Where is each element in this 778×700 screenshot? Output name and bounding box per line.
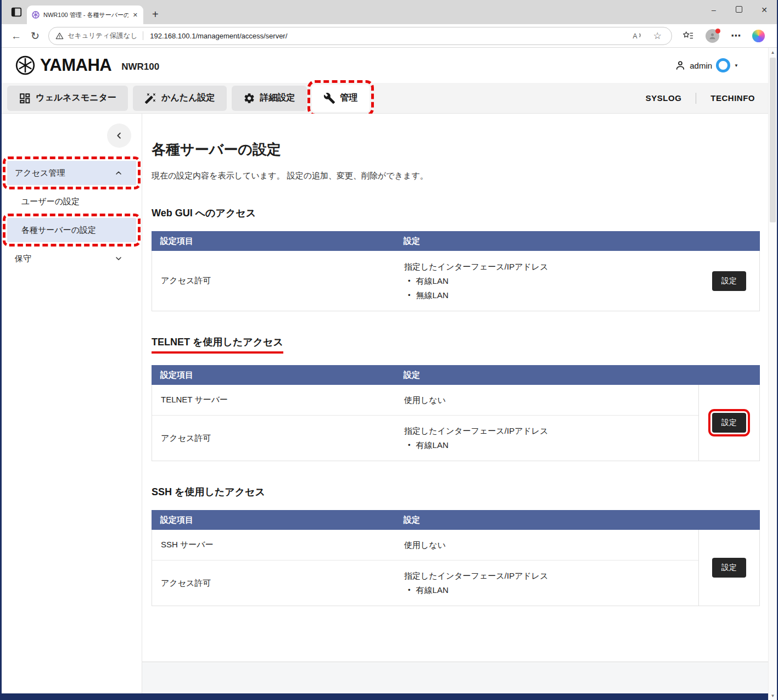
read-aloud-icon[interactable]: A [632, 31, 643, 41]
sidebar-item-label: ユーザーの設定 [21, 197, 80, 207]
security-warning-icon[interactable] [55, 32, 64, 40]
table-row: アクセス許可指定したインターフェース/IPアドレス•有線LAN [152, 560, 698, 606]
telnet-access-section: TELNET を使用したアクセス設定項目設定TELNET サーバー使用しないアク… [152, 311, 759, 461]
content-area: アクセス管理 ユーザーの設定 各種サーバーの設定 保守 [2, 114, 769, 693]
username-label: admin [690, 61, 712, 70]
app-nav-bar: ウェルネスモニター かんたん設定 詳細設定 管理 SYSLOG TECHINFO [2, 83, 777, 114]
setting-bullet-item: •有線LAN [404, 274, 690, 288]
table-body: TELNET サーバー使用しないアクセス許可指定したインターフェース/IPアドレ… [152, 385, 760, 461]
column-header-setting: 設定 [395, 515, 760, 525]
column-header-item: 設定項目 [152, 515, 395, 525]
sidebar-item-access-management[interactable]: アクセス管理 [7, 161, 136, 185]
column-header-setting: 設定 [395, 370, 760, 380]
telnet-access-settings-button[interactable]: 設定 [712, 413, 746, 433]
table-body: アクセス許可指定したインターフェース/IPアドレス•有線LAN•無線LAN設定 [152, 251, 760, 311]
maximize-button[interactable] [726, 5, 752, 14]
copilot-icon[interactable] [752, 30, 765, 42]
webgui-access-table: 設定項目設定アクセス許可指定したインターフェース/IPアドレス•有線LAN•無線… [152, 231, 760, 311]
sidebar-collapse-button[interactable] [107, 124, 131, 148]
setting-value-text: 指定したインターフェース/IPアドレス [404, 260, 690, 274]
row-setting-cell: 使用しない [395, 385, 698, 415]
browser-tab[interactable]: NWR100 管理 - 各種サーバーの設定 ✕ [27, 5, 143, 24]
notification-dot [715, 29, 720, 33]
section-heading: SSH を使用したアクセス [152, 485, 265, 499]
button-column: 設定 [698, 530, 759, 606]
sidebar-item-label: アクセス管理 [15, 168, 65, 178]
syslog-link[interactable]: SYSLOG [646, 93, 682, 103]
table-header-row: 設定項目設定 [152, 365, 760, 385]
tab-actions-menu-button[interactable] [9, 5, 24, 19]
ssh-access-settings-button[interactable]: 設定 [712, 558, 746, 578]
nav-tab-management[interactable]: 管理 [312, 85, 370, 112]
tab-close-icon[interactable]: ✕ [132, 12, 139, 19]
minimize-button[interactable]: – [701, 5, 726, 14]
sidebar-item-server-settings[interactable]: 各種サーバーの設定 [7, 218, 136, 242]
new-tab-button[interactable]: + [152, 9, 159, 20]
nav-tab-label: ウェルネスモニター [36, 92, 116, 104]
table-rows: SSH サーバー使用しないアクセス許可指定したインターフェース/IPアドレス•有… [152, 530, 698, 606]
setting-value-text: 使用しない [404, 538, 690, 552]
bullet-icon: • [408, 438, 411, 452]
bullet-label: 有線LAN [416, 274, 449, 288]
maximize-icon [736, 6, 742, 13]
setting-bullet-item: •有線LAN [404, 438, 690, 452]
bullet-label: 有線LAN [416, 583, 449, 597]
address-bar[interactable]: セキュリティ保護なし 192.168.100.1/management/acce… [48, 27, 672, 45]
row-item-cell: アクセス許可 [152, 251, 395, 311]
row-setting-cell: 指定したインターフェース/IPアドレス•有線LAN [395, 561, 698, 606]
techinfo-link[interactable]: TECHINFO [710, 93, 755, 103]
nav-tab-advanced-settings[interactable]: 詳細設定 [232, 86, 307, 111]
close-button[interactable]: ✕ [752, 5, 777, 14]
sidebar-item-maintenance[interactable]: 保守 [7, 247, 136, 271]
row-item-cell: SSH サーバー [152, 530, 395, 560]
security-status-label: セキュリティ保護なし [68, 31, 137, 41]
favorite-star-icon[interactable]: ☆ [653, 31, 662, 41]
table-header-row: 設定項目設定 [152, 231, 760, 251]
sidebar-item-label: 保守 [15, 254, 31, 264]
address-divider [143, 31, 143, 40]
scroll-up-arrow[interactable]: ▲ [771, 48, 775, 57]
webgui-access-section: Web GUI へのアクセス設定項目設定アクセス許可指定したインターフェース/I… [152, 206, 759, 311]
nav-tab-easy-settings[interactable]: かんたん設定 [133, 86, 227, 111]
status-ring-icon [716, 58, 730, 72]
tab-title: NWR100 管理 - 各種サーバーの設定 [43, 11, 128, 19]
svg-text:A: A [633, 32, 637, 40]
bullet-icon: • [408, 274, 411, 288]
yamaha-favicon [31, 10, 40, 19]
sidebar-item-label: 各種サーバーの設定 [21, 225, 96, 236]
nav-links-divider [696, 93, 696, 104]
wand-icon [144, 92, 156, 104]
back-button[interactable]: ← [11, 31, 21, 41]
column-header-item: 設定項目 [152, 370, 395, 380]
window-controls: – ✕ [701, 0, 777, 20]
section-heading: TELNET を使用したアクセス [152, 335, 283, 354]
table-header-row: 設定項目設定 [152, 510, 760, 530]
section-heading: Web GUI へのアクセス [152, 206, 256, 220]
page-content: 各種サーバーの設定 現在の設定内容を表示しています。 設定の追加、変更、削除がで… [142, 114, 769, 662]
yamaha-logo-icon [15, 55, 36, 76]
user-menu[interactable]: admin ▼ [675, 58, 738, 72]
row-item-cell: TELNET サーバー [152, 385, 395, 415]
button-column: 設定 [699, 251, 759, 311]
nav-tab-wellness-monitor[interactable]: ウェルネスモニター [7, 86, 128, 111]
bullet-label: 無線LAN [416, 288, 449, 303]
scroll-down-arrow[interactable]: ▼ [771, 691, 775, 700]
site-header: YAMAHA NWR100 admin ▼ [2, 48, 777, 83]
url-text: 192.168.100.1/management/access/server/ [150, 32, 631, 40]
favorites-bar-icon[interactable] [682, 30, 694, 41]
browser-menu-icon[interactable]: ⋯ [731, 30, 741, 42]
table-rows: TELNET サーバー使用しないアクセス許可指定したインターフェース/IPアドレ… [152, 385, 698, 461]
device-model: NWR100 [121, 61, 159, 72]
webgui-access-settings-button[interactable]: 設定 [712, 271, 746, 291]
sidebar-item-user-settings[interactable]: ユーザーの設定 [7, 189, 136, 214]
table-rows: アクセス許可指定したインターフェース/IPアドレス•有線LAN•無線LAN [152, 251, 699, 311]
row-item-cell: アクセス許可 [152, 416, 395, 461]
user-icon [675, 60, 686, 71]
browser-toolbar: ← ↻ セキュリティ保護なし 192.168.100.1/management/… [2, 24, 777, 48]
profile-avatar[interactable] [706, 29, 719, 43]
chevron-down-icon: ▼ [734, 63, 738, 68]
scrollbar-thumb[interactable] [770, 58, 776, 222]
row-setting-cell: 指定したインターフェース/IPアドレス•有線LAN•無線LAN [395, 251, 699, 311]
chevron-left-icon [114, 131, 124, 141]
refresh-button[interactable]: ↻ [31, 31, 40, 41]
